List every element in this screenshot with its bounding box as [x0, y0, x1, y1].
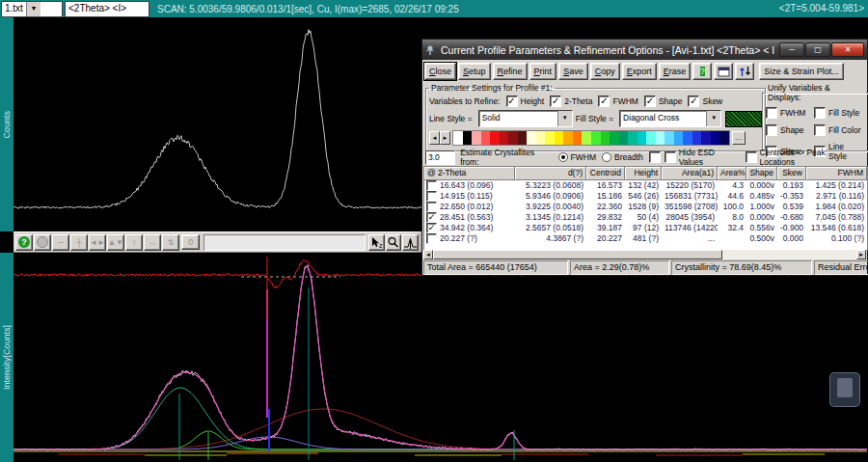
sort-button[interactable] — [735, 63, 754, 80]
fill-pattern-swatch[interactable] — [725, 111, 762, 127]
row-checkbox[interactable]: ✓ — [426, 180, 437, 191]
scrollbar-thumb[interactable] — [433, 250, 722, 259]
centroids-checkbox[interactable]: ✓ — [746, 151, 757, 163]
setup-button[interactable]: Setup — [458, 63, 491, 80]
unify-fill-style-checkbox[interactable]: ✓ — [814, 107, 826, 119]
unify-shape[interactable]: ✓Shape — [766, 124, 814, 136]
unify-fill-style[interactable]: ✓Fill Style — [814, 107, 864, 119]
palette-color-22[interactable] — [656, 131, 665, 145]
palette-color-20[interactable] — [637, 131, 647, 145]
palette-color-13[interactable] — [573, 131, 583, 145]
palette-color-0[interactable] — [453, 131, 463, 145]
axis-field[interactable]: <2Theta> <I> — [65, 1, 149, 17]
palette-color-8[interactable] — [527, 131, 536, 145]
copy-button[interactable]: Copy — [590, 63, 620, 80]
palette-color-10[interactable] — [545, 131, 555, 145]
magnifier-tool[interactable] — [386, 234, 401, 251]
close-button[interactable]: Close — [424, 63, 456, 80]
print-button[interactable]: Print — [529, 63, 557, 80]
palette-color-14[interactable] — [582, 131, 591, 145]
palette-color-28[interactable] — [711, 131, 720, 145]
radio-fwhm[interactable] — [558, 152, 568, 162]
row-checkbox[interactable]: ✓ — [426, 223, 437, 233]
zoom-out-button[interactable]: ─ — [52, 234, 69, 251]
palette-color-9[interactable] — [536, 131, 546, 145]
snapshot-button[interactable] — [34, 234, 51, 251]
palette-color-19[interactable] — [628, 131, 637, 145]
palette-color-11[interactable] — [555, 131, 564, 145]
table-row[interactable]: ✓28.451 (0.563)3.1345 (0.1214)29.83250 (… — [424, 212, 867, 223]
help-button[interactable]: ? — [15, 234, 33, 251]
line-style-combobox[interactable]: Solid ▼ — [478, 110, 573, 127]
column-header-skew[interactable]: Skew — [777, 167, 806, 180]
unify-fwhm-checkbox[interactable]: ✓ — [766, 107, 777, 119]
scroll-left-arrow[interactable]: ◄ — [423, 250, 433, 259]
row-checkbox[interactable]: ✓ — [426, 212, 437, 223]
column-header-area-a1-[interactable]: Area(a1) — [662, 167, 718, 180]
column-header-area-[interactable]: Area% — [718, 167, 746, 180]
palette-color-16[interactable] — [601, 131, 610, 145]
size-strain-plot-button[interactable]: Size & Strain Plot... — [759, 63, 844, 80]
report-button[interactable] — [714, 63, 733, 80]
palette-color-15[interactable] — [591, 131, 601, 145]
file-combobox[interactable]: 1.txt ▼ — [1, 1, 63, 17]
row-checkbox[interactable]: ✓ — [426, 202, 437, 212]
palette-color-7[interactable] — [518, 131, 528, 145]
palette-color-25[interactable] — [683, 131, 692, 145]
fit-width-button[interactable]: ↔ — [144, 234, 161, 251]
expand-vertical-button[interactable]: ▲▼ — [107, 234, 124, 251]
zoom-in-button[interactable]: ┼ — [70, 234, 88, 251]
palette-color-5[interactable] — [500, 131, 509, 145]
refine-shape-checkbox[interactable]: ✓ — [644, 95, 656, 107]
option-checkbox-2[interactable]: ✓ — [665, 151, 676, 163]
crystallite-size-field[interactable]: 3.0 — [425, 150, 455, 165]
palette-color-24[interactable] — [674, 131, 684, 145]
profile-fit-plot[interactable] — [14, 253, 868, 462]
table-row[interactable]: ✓14.915 (0.115)5.9346 (0.0906)15.186546 … — [424, 191, 867, 202]
refine-height-checkbox[interactable]: ✓ — [506, 95, 518, 107]
unify-fwhm[interactable]: ✓FWHM — [766, 107, 814, 119]
export-button[interactable]: Export — [622, 63, 657, 80]
save-button[interactable]: Save — [558, 63, 588, 80]
table-horizontal-scrollbar[interactable]: ◄ ► — [423, 250, 866, 259]
refine-button[interactable]: Refine — [493, 63, 528, 80]
palette-scroll-right-button[interactable]: ► — [440, 131, 450, 145]
unify-fill-color[interactable]: ✓Fill Color — [814, 124, 864, 136]
stack-traces-button[interactable]: ⇅ — [162, 234, 179, 251]
radio-breadth[interactable] — [602, 152, 611, 162]
dialog-titlebar[interactable]: Current Profile Parameters & Refinement … — [422, 40, 867, 60]
column-header-fwhm[interactable]: FWHM — [806, 167, 867, 180]
fit-height-button[interactable]: ↕ — [125, 234, 143, 251]
refine-2-theta-checkbox[interactable]: ✓ — [550, 95, 561, 107]
palette-color-1[interactable] — [463, 131, 473, 145]
unify-shape-checkbox[interactable]: ✓ — [766, 124, 777, 136]
palette-color-17[interactable] — [610, 131, 619, 145]
more-colors-button[interactable]: … — [732, 131, 746, 145]
minimize-button[interactable]: ─ — [779, 42, 804, 57]
maximize-button[interactable]: ▢ — [805, 42, 830, 57]
palette-color-4[interactable] — [490, 131, 500, 145]
column-header-centroid[interactable]: Centroid — [586, 167, 625, 180]
palette-color-12[interactable] — [563, 131, 573, 145]
chevron-down-icon[interactable]: ▼ — [26, 2, 41, 16]
palette-color-23[interactable] — [665, 131, 674, 145]
table-row[interactable]: ✓22.650 (0.012)3.9225 (0.0040)22.3601528… — [424, 202, 867, 212]
fill-style-combobox[interactable]: Diagonal Cross ▼ — [619, 110, 721, 127]
palette-color-21[interactable] — [646, 131, 656, 145]
palette-color-6[interactable] — [508, 131, 518, 145]
palette-scroll-left-button[interactable]: ◄ — [429, 131, 440, 145]
chevron-down-icon[interactable]: ▼ — [557, 111, 572, 126]
palette-color-29[interactable] — [719, 131, 729, 145]
expand-horizontal-button[interactable]: ◄► — [89, 234, 106, 251]
column-header--2-theta[interactable]: @ 2-Theta — [424, 167, 515, 180]
help-button[interactable]: ? — [692, 63, 712, 80]
palette-color-26[interactable] — [692, 131, 702, 145]
zero-button[interactable]: 0 — [181, 234, 200, 250]
chevron-down-icon[interactable]: ▼ — [706, 111, 720, 126]
column-header-shape[interactable]: Shape — [746, 167, 777, 180]
unify-fill-color-checkbox[interactable]: ✓ — [814, 124, 826, 136]
close-window-button[interactable]: ✕ — [831, 42, 864, 57]
peak-cursor-tool[interactable] — [402, 234, 419, 251]
row-checkbox[interactable]: ✓ — [426, 233, 437, 244]
palette-color-3[interactable] — [481, 131, 491, 145]
